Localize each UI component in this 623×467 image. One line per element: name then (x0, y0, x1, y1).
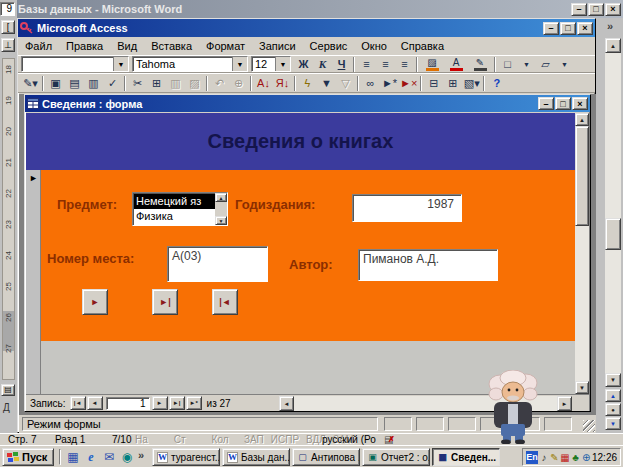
quick-launch-overflow-chevron[interactable]: » (138, 449, 144, 461)
line-color-button[interactable]: ✎ (468, 56, 492, 73)
form-vertical-scrollbar[interactable]: ▲ ▼ (575, 113, 589, 394)
office-assistant[interactable] (484, 370, 542, 446)
network-icon[interactable]: ⊕ (581, 452, 591, 463)
spelling-status-icon[interactable]: ▤ ✗ (384, 434, 397, 445)
chevron-down-icon[interactable]: ▼ (555, 56, 574, 73)
bold-button[interactable]: Ж (294, 56, 313, 73)
toolbar-separator[interactable] (206, 76, 208, 91)
font-size-combo[interactable]: 12 ▼ (251, 56, 291, 72)
line-border-width-button[interactable]: □ (498, 56, 517, 73)
pen-icon[interactable]: ✎ (550, 452, 560, 463)
subject-scrollbar[interactable]: ▲ ▼ (215, 193, 227, 225)
print-preview-button[interactable]: ▥ (84, 75, 103, 92)
word-toolbar-fragment-button[interactable]: [ (1, 20, 15, 34)
align-center-button[interactable]: ≡ (376, 56, 395, 73)
browse-previous-button[interactable]: ▲ (605, 389, 621, 402)
align-left-button[interactable]: ≡ (357, 56, 376, 73)
show-desktop-icon[interactable]: ▦ (65, 449, 81, 465)
save-button[interactable]: ▣ (46, 75, 65, 92)
new-record-button[interactable]: ►* (380, 75, 399, 92)
first-record-nav-button[interactable]: |◄ (212, 289, 238, 315)
spelling-button[interactable]: ✓ (103, 75, 122, 92)
antivirus-icon[interactable]: ♣ (571, 452, 581, 463)
toolbar-separator[interactable] (124, 76, 126, 91)
database-window-button[interactable]: ⊞ (443, 75, 462, 92)
word-scrollbar-thumb[interactable] (605, 218, 621, 250)
new-object-button[interactable]: ▧▾ (462, 75, 481, 92)
filter-by-selection-button[interactable]: ϟ (298, 75, 317, 92)
word-close-button[interactable]: × (605, 3, 621, 16)
resize-grip[interactable] (583, 420, 595, 432)
last-record-button[interactable]: ►| (169, 396, 185, 410)
undo-button[interactable]: ↶ (210, 75, 229, 92)
apply-filter-button[interactable]: ▽ (336, 75, 355, 92)
cut-button[interactable]: ✂ (128, 75, 147, 92)
word-scroll-down-button[interactable]: ▼ (605, 373, 621, 387)
form-minimize-button[interactable]: – (538, 97, 554, 110)
toolbar-separator[interactable] (42, 76, 44, 91)
new-record-button[interactable]: ►* (186, 396, 202, 410)
scheduler-icon[interactable]: ▦ (560, 452, 570, 463)
toolbar-separator[interactable] (294, 76, 296, 91)
task-word-document-1[interactable]: W турагенст... (152, 448, 220, 466)
insert-hyperlink-button[interactable]: ⊕ (229, 75, 248, 92)
font-name-combo[interactable]: Tahoma ▼ (132, 56, 248, 72)
menu-help[interactable]: Справка (394, 38, 451, 54)
ruler-tab-selector[interactable]: ⊥ (1, 38, 15, 52)
chevron-down-icon[interactable]: ▼ (232, 57, 247, 71)
toolbar-overflow-chevron[interactable]: » (607, 20, 613, 32)
task-report[interactable]: ▣ Отчет2 : о... (362, 448, 430, 466)
scroll-down-icon[interactable]: ▼ (575, 381, 589, 394)
record-selector-strip[interactable]: ► (26, 170, 41, 394)
menu-tools[interactable]: Сервис (303, 38, 355, 54)
year-field[interactable]: 1987 (352, 194, 462, 222)
find-button[interactable]: ∞ (361, 75, 380, 92)
form-close-button[interactable]: × (572, 97, 588, 110)
keyboard-layout-indicator[interactable]: En (526, 451, 538, 464)
scroll-right-icon[interactable]: ► (557, 396, 572, 411)
fill-color-button[interactable]: ▨ (420, 56, 444, 73)
view-mode-button[interactable]: ▤ (1, 384, 15, 396)
word-scrollbar-track[interactable] (605, 53, 621, 373)
properties-button[interactable]: ⊟ (424, 75, 443, 92)
design-view-button[interactable]: ✎▾ (21, 75, 40, 92)
subject-option[interactable]: Физика (134, 209, 215, 224)
access-minimize-button[interactable]: – (543, 22, 559, 35)
format-painter-button[interactable]: ▨ (185, 75, 204, 92)
task-word-document-2[interactable]: W Базы дан... (222, 448, 290, 466)
toolbar-separator[interactable] (483, 76, 485, 91)
filter-by-form-button[interactable]: ▼ (317, 75, 336, 92)
menu-records[interactable]: Записи (252, 38, 303, 54)
special-effect-button[interactable]: ▱ (536, 56, 555, 73)
access-close-button[interactable]: × (577, 22, 593, 35)
chevron-down-icon[interactable]: ▼ (275, 57, 290, 71)
menu-insert[interactable]: Вставка (144, 38, 199, 54)
word-size-combo-fragment[interactable]: 9 (0, 2, 15, 16)
chevron-down-icon[interactable]: ▼ (113, 57, 128, 71)
align-right-button[interactable]: ≡ (395, 56, 414, 73)
toolbar-separator[interactable] (250, 76, 252, 91)
menu-window[interactable]: Окно (354, 38, 394, 54)
access-maximize-button[interactable]: □ (560, 22, 576, 35)
copy-button[interactable]: ⊞ (147, 75, 166, 92)
menu-view[interactable]: Вид (110, 38, 144, 54)
form-scrollbar-thumb[interactable] (575, 126, 589, 226)
volume-icon[interactable]: ♪ (539, 452, 549, 463)
internet-explorer-icon[interactable]: e (83, 449, 99, 465)
toolbar-separator[interactable] (420, 76, 422, 91)
next-record-button[interactable]: ► (152, 396, 168, 410)
menu-file[interactable]: Файл (18, 38, 59, 54)
subject-listbox[interactable]: Немецкий яз Физика ▲ ▼ (132, 192, 228, 226)
sort-ascending-button[interactable]: А↓ (254, 75, 273, 92)
place-field[interactable]: А(03) (167, 246, 268, 282)
form-maximize-button[interactable]: □ (555, 97, 571, 110)
menu-edit[interactable]: Правка (59, 38, 110, 54)
scroll-up-icon[interactable]: ▲ (575, 113, 589, 126)
outlook-icon[interactable]: ✉ (101, 449, 117, 465)
task-form-svedeniya[interactable]: ▦ Сведен... (432, 448, 500, 466)
channels-icon[interactable]: ◉ (119, 449, 135, 465)
underline-button[interactable]: Ч (332, 56, 351, 73)
delete-record-button[interactable]: ►× (399, 75, 418, 92)
previous-record-button[interactable]: ◄ (87, 396, 103, 410)
start-button[interactable]: Пуск (2, 448, 54, 466)
